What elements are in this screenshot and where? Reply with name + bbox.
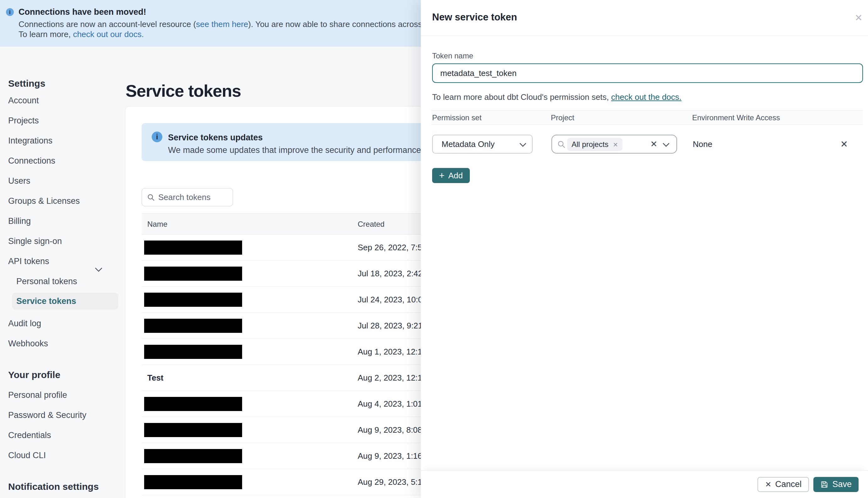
sidebar-item-label: Service tokens (16, 297, 76, 306)
sidebar-item-projects[interactable]: Projects (0, 110, 125, 131)
sidebar-section-notification-settings: Notification settings (0, 477, 125, 497)
sidebar-item-label: Account (8, 96, 39, 105)
search-icon (147, 194, 155, 201)
sidebar-item-label: Users (8, 176, 30, 186)
app-root: i Connections have been moved! Connectio… (0, 0, 868, 498)
see-them-here-link[interactable]: see them here (196, 19, 248, 29)
banner-line2-text: Connections are now an account-level res… (18, 19, 196, 29)
permission-set-value: Metadata Only (442, 135, 495, 153)
redacted-name (144, 240, 242, 255)
permission-set-select[interactable]: Metadata Only (432, 135, 532, 154)
chip-remove-icon[interactable]: ✕ (613, 141, 618, 148)
check-out-docs-link[interactable]: check out our docs. (73, 29, 144, 39)
sidebar-item-label: Projects (8, 116, 39, 125)
check-out-the-docs-link[interactable]: check out the docs. (611, 92, 682, 102)
sidebar-item-label: Integrations (8, 136, 52, 145)
sidebar-item-label: Personal profile (8, 390, 67, 400)
redacted-name (144, 319, 242, 333)
sidebar-item-users[interactable]: Users (0, 171, 125, 191)
environment-write-access-header: Environment Write Access (692, 110, 780, 125)
permission-set-header: Permission set (432, 110, 482, 125)
token-name-label: Token name (432, 52, 863, 60)
all-projects-chip[interactable]: All projects✕ (567, 138, 622, 151)
notice-title: Service tokens updates (168, 133, 263, 143)
remove-row-icon[interactable]: ✕ (837, 136, 852, 152)
search-tokens-box (142, 188, 233, 206)
sidebar-item-personal-tokens[interactable]: Personal tokens (0, 271, 125, 291)
close-icon: ✕ (765, 480, 771, 489)
sidebar-item-api-tokens[interactable]: API tokens (0, 251, 125, 271)
sidebar-item-label: Webhooks (8, 339, 48, 348)
chevron-down-icon[interactable] (662, 143, 670, 147)
banner-line3-text: To learn more, (18, 29, 73, 39)
cancel-button-label: Cancel (775, 480, 801, 489)
sidebar-item-label: Billing (8, 217, 31, 226)
banner-title: Connections have been moved! (18, 7, 146, 17)
plus-icon: + (439, 171, 445, 180)
token-name-cell: Test (147, 365, 163, 391)
save-button-label: Save (832, 480, 852, 489)
close-icon[interactable]: ✕ (852, 11, 866, 25)
panel-header: New service token ✕ (421, 0, 868, 36)
chip-label: All projects (571, 140, 608, 148)
sidebar-item-billing[interactable]: Billing (0, 211, 125, 231)
redacted-name (144, 397, 242, 411)
name-column-header: Name (147, 213, 167, 235)
sidebar-item-audit-log[interactable]: Audit log (0, 313, 125, 333)
sidebar-item-label: Audit log (8, 319, 41, 328)
chevron-down-icon (520, 143, 526, 147)
sidebar-item-integrations[interactable]: Integrations (0, 131, 125, 151)
sidebar-item-service-tokens[interactable]: Service tokens (12, 293, 118, 310)
sidebar-item-label: Personal tokens (16, 277, 77, 286)
sidebar-item-label: Cloud CLI (8, 450, 46, 460)
sidebar-item-password-security[interactable]: Password & Security (0, 405, 125, 425)
sidebar-item-cloud-cli[interactable]: Cloud CLI (0, 445, 125, 466)
sidebar-item-single-sign-on[interactable]: Single sign-on (0, 231, 125, 251)
sidebar-item-account[interactable]: Account (0, 90, 125, 110)
clear-selection-icon[interactable]: ✕ (647, 135, 661, 153)
sidebar-item-label: Notification settings (8, 481, 98, 492)
page-title: Service tokens (126, 81, 241, 101)
sidebar-item-label: Groups & Licenses (8, 196, 80, 206)
redacted-name (144, 449, 242, 463)
new-service-token-panel: New service token ✕ Token name To learn … (421, 0, 868, 498)
sidebar-item-webhooks[interactable]: Webhooks (0, 333, 125, 354)
panel-body: Token name To learn more about dbt Cloud… (432, 36, 863, 183)
token-name-input[interactable] (432, 63, 863, 83)
sidebar-item-label: Credentials (8, 431, 51, 440)
sidebar-item-label: Single sign-on (8, 236, 62, 246)
search-input[interactable] (158, 189, 230, 206)
sidebar-item-credentials[interactable]: Credentials (0, 425, 125, 445)
panel-footer: ✕ Cancel Save (421, 470, 868, 498)
redacted-name (144, 266, 242, 281)
sidebar-item-personal-profile[interactable]: Personal profile (0, 385, 125, 405)
project-header: Project (551, 110, 574, 125)
created-column-header: Created (358, 213, 384, 235)
sidebar-item-groups-licenses[interactable]: Groups & Licenses (0, 191, 125, 211)
search-icon (557, 140, 566, 149)
add-button-label: Add (448, 171, 463, 181)
add-permission-button[interactable]: + Add (432, 168, 470, 183)
save-disk-icon (820, 481, 828, 488)
permissions-grid-header: Permission set Project Environment Write… (432, 110, 863, 124)
sidebar-item-label: API tokens (8, 257, 49, 266)
redacted-name (144, 423, 242, 437)
sidebar-item-label: Connections (8, 156, 55, 166)
permission-docs-line: To learn more about dbt Cloud's permissi… (432, 92, 863, 102)
sidebar-section-settings: Settings (0, 77, 125, 90)
environment-write-access-value: None (693, 135, 712, 154)
docs-line-text: To learn more about dbt Cloud's permissi… (432, 92, 611, 102)
sidebar-item-label: Your profile (8, 370, 60, 380)
sidebar-section-your-profile: Your profile (0, 365, 125, 385)
sidebar-item-connections[interactable]: Connections (0, 151, 125, 171)
sidebar-item-label: Settings (8, 78, 45, 89)
redacted-name (144, 475, 242, 489)
redacted-name (144, 293, 242, 307)
sidebar-nav: SettingsAccountProjectsIntegrationsConne… (0, 47, 125, 498)
save-button[interactable]: Save (813, 477, 858, 492)
cancel-button[interactable]: ✕ Cancel (758, 477, 809, 492)
project-combobox[interactable]: All projects✕ ✕ (551, 135, 677, 154)
redacted-name (144, 345, 242, 359)
info-icon: i (6, 8, 14, 16)
banner-line3: To learn more, check out our docs. (18, 29, 144, 39)
